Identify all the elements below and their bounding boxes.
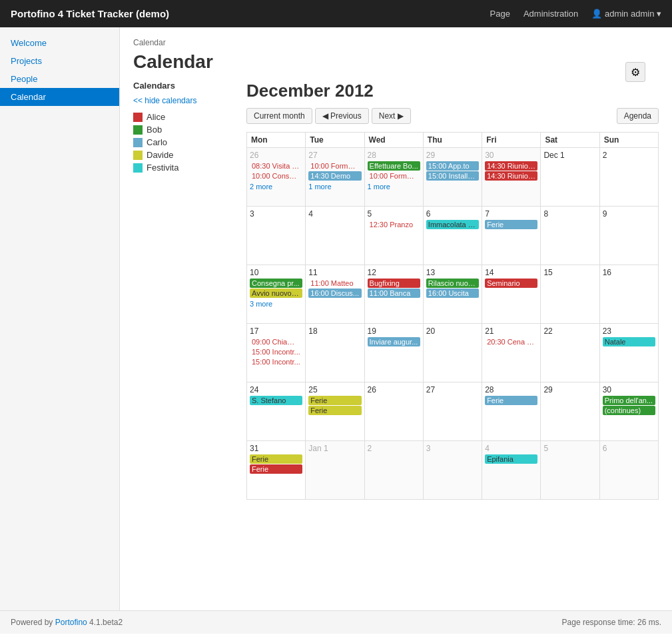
hide-calendars-link[interactable]: << hide calendars: [133, 96, 233, 105]
event[interactable]: Avvio nuovo p...: [250, 289, 302, 298]
cell-nov29: 29 15:00 App.to 15:00 Installa...: [423, 148, 482, 207]
event[interactable]: 15:00 Incontr...: [250, 347, 302, 356]
cell-dec5: 5 12:30 Pranzo: [364, 207, 423, 265]
cell-dec15: 15: [541, 265, 599, 324]
date-label: 6: [603, 444, 655, 453]
event[interactable]: Ferie: [250, 454, 302, 464]
event[interactable]: 10:00 Formaz...: [368, 171, 420, 181]
date-label: 18: [308, 326, 361, 336]
date-label: 2: [368, 444, 420, 453]
event[interactable]: Ferie: [308, 396, 361, 405]
cell-dec1: Dec 1: [541, 148, 599, 207]
event[interactable]: 10:00 Conseg...: [250, 171, 302, 181]
previous-button[interactable]: ◀ Previous: [315, 108, 369, 124]
event[interactable]: 15:00 Incontr...: [250, 357, 302, 366]
event[interactable]: 15:00 App.to: [426, 161, 479, 171]
event[interactable]: 14:30 Riunion...: [485, 161, 537, 171]
event[interactable]: Immacolata d...: [426, 220, 479, 229]
agenda-button[interactable]: Agenda: [617, 108, 659, 124]
date-label: 14: [485, 268, 537, 277]
event[interactable]: 11:00 Matteo: [308, 279, 361, 288]
event[interactable]: Bugfixing: [368, 279, 420, 288]
current-month-button[interactable]: Current month: [246, 108, 312, 124]
top-navigation: Portofino 4 Ticket Tracker (demo) Page A…: [0, 0, 672, 27]
date-label: 8: [543, 209, 596, 219]
settings-button[interactable]: ⚙: [625, 62, 645, 82]
page-title-row: Calendar ⚙: [133, 51, 659, 73]
more-link[interactable]: 3 more: [250, 300, 272, 308]
event[interactable]: 16:00 Discus...: [308, 289, 361, 298]
event[interactable]: Natale: [603, 337, 655, 346]
event[interactable]: Inviare augur...: [368, 337, 420, 346]
date-label: 10: [250, 268, 302, 277]
event[interactable]: 14:30 Riunion...: [485, 171, 537, 181]
event[interactable]: Effettuare Bo...: [368, 161, 420, 171]
date-label: 19: [368, 326, 420, 336]
more-link[interactable]: 1 more: [308, 183, 331, 191]
davide-color-dot: [133, 151, 143, 160]
event[interactable]: Ferie: [308, 406, 361, 415]
cell-dec10: 10 Consegna pr... Avvio nuovo p... 3 mor…: [247, 265, 306, 324]
event[interactable]: Primo dell'an...: [603, 396, 655, 405]
festivita-color-dot: [133, 163, 143, 173]
cell-jan4: 4 Epifania: [482, 441, 541, 500]
cell-dec4: 4: [306, 207, 364, 265]
sidebar-item-people[interactable]: People: [0, 70, 119, 88]
sidebar-item-calendar[interactable]: Calendar: [0, 88, 119, 106]
cell-dec21: 21 20:30 Cena a...: [482, 324, 541, 382]
date-label: 29: [426, 151, 479, 160]
event[interactable]: Rilascio nuov...: [426, 279, 479, 288]
sidebar: Welcome Projects People Calendar: [0, 27, 120, 610]
event[interactable]: Ferie: [485, 220, 537, 229]
event[interactable]: 14:30 Demo: [308, 171, 361, 181]
event[interactable]: 16:00 Uscita: [426, 289, 479, 298]
user-menu[interactable]: 👤 admin admin ▾: [591, 9, 661, 19]
sidebar-item-projects[interactable]: Projects: [0, 52, 119, 70]
calendar-layout: Calendars << hide calendars Alice Bob Ca…: [133, 81, 659, 500]
event[interactable]: 12:30 Pranzo: [368, 220, 420, 229]
table-row: 26 08:30 Visita M... 10:00 Conseg... 2 m…: [247, 148, 659, 207]
page-menu[interactable]: Page: [490, 9, 510, 19]
col-fri: Fri: [482, 133, 541, 148]
calendar-carlo: Carlo: [133, 137, 233, 147]
event[interactable]: Epifania: [485, 454, 537, 464]
event[interactable]: (continues): [603, 406, 655, 415]
event[interactable]: 20:30 Cena a...: [485, 337, 537, 346]
event[interactable]: 11:00 Banca: [368, 289, 420, 298]
calendar-festivita: Festivita: [133, 163, 233, 173]
sidebar-item-welcome[interactable]: Welcome: [0, 34, 119, 52]
event[interactable]: 08:30 Visita M...: [250, 161, 302, 171]
date-label: 26: [368, 385, 420, 394]
event[interactable]: S. Stefano: [250, 396, 302, 405]
portofino-link[interactable]: Portofino: [55, 618, 87, 627]
date-label: 31: [250, 444, 302, 453]
cell-dec22: 22: [541, 324, 599, 382]
event[interactable]: Ferie: [485, 396, 537, 405]
date-label: 3: [426, 444, 479, 453]
page-title: Calendar: [133, 51, 659, 73]
date-label: 29: [543, 385, 596, 394]
festivita-label: Festivita: [147, 163, 178, 173]
calendar-grid: Mon Tue Wed Thu Fri Sat Sun: [246, 132, 659, 500]
more-link[interactable]: 2 more: [250, 183, 272, 191]
event[interactable]: Seminario: [485, 279, 537, 288]
administration-link[interactable]: Administration: [523, 9, 578, 19]
event[interactable]: 15:00 Installa...: [426, 171, 479, 181]
footer: Powered by Portofino 4.1.beta2 Page resp…: [0, 610, 672, 634]
col-sun: Sun: [599, 133, 658, 148]
event[interactable]: 10:00 Formaz...: [308, 161, 361, 171]
event[interactable]: Ferie: [250, 464, 302, 474]
next-button[interactable]: Next ▶: [372, 108, 411, 124]
more-link[interactable]: 1 more: [368, 183, 390, 191]
top-nav-right: Page Administration 👤 admin admin ▾: [490, 9, 661, 19]
footer-powered-by: Powered by Portofino 4.1.beta2: [11, 618, 123, 627]
cell-dec6: 6 Immacolata d...: [423, 207, 482, 265]
date-label: 17: [250, 326, 302, 336]
event[interactable]: Consegna pr...: [250, 279, 302, 288]
carlo-color-dot: [133, 138, 143, 147]
app-title: Portofino 4 Ticket Tracker (demo): [11, 8, 490, 19]
calendar-davide: Davide: [133, 150, 233, 160]
date-label: 24: [250, 385, 302, 394]
calendars-panel: Calendars << hide calendars Alice Bob Ca…: [133, 81, 233, 500]
event[interactable]: 09:00 Chiama...: [250, 337, 302, 346]
